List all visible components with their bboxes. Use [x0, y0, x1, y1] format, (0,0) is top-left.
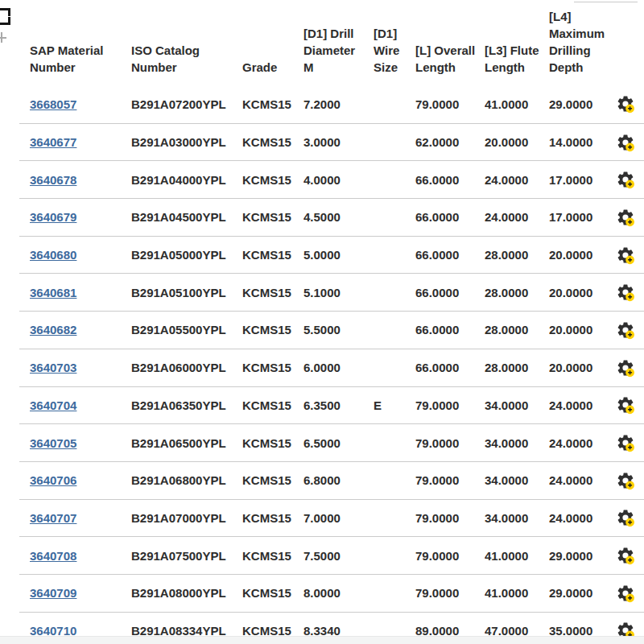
- crosshair-plus-icon: [0, 32, 6, 43]
- configure-add-gear-button[interactable]: [616, 358, 635, 378]
- gear-add-icon: [616, 283, 635, 302]
- iso-catalog-cell: B291A05000YPL: [131, 236, 242, 274]
- grade-cell: KCMS15: [242, 123, 303, 161]
- overall-length-cell: 62.0000: [415, 123, 485, 161]
- iso-catalog-cell: B291A07200YPL: [131, 85, 242, 123]
- drill-diameter-cell: 4.0000: [303, 161, 374, 199]
- wire-size-cell: [374, 199, 415, 237]
- column-header-l3-flute: [L3] Flute Length: [485, 0, 549, 85]
- wire-size-cell: [374, 312, 415, 349]
- sap-material-link[interactable]: 3640704: [30, 398, 76, 412]
- iso-catalog-cell: B291A05500YPL: [131, 312, 242, 349]
- top-right-partial-rule: [574, 2, 638, 2]
- sap-cell: 3668057: [19, 85, 131, 123]
- sap-material-link[interactable]: 3640709: [30, 586, 76, 600]
- iso-catalog-cell: B291A07000YPL: [131, 499, 242, 537]
- flute-length-cell: 34.0000: [485, 499, 549, 537]
- column-header-grade: Grade: [242, 0, 303, 85]
- table-row: 3640705B291A06500YPLKCMS156.500079.00003…: [19, 424, 644, 462]
- sap-material-link[interactable]: 3668057: [30, 97, 76, 111]
- grade-cell: KCMS15: [242, 461, 303, 499]
- sap-material-link[interactable]: 3640677: [30, 135, 76, 149]
- column-header-d1-wire: [D1] Wire Size: [374, 0, 415, 85]
- configure-add-gear-button[interactable]: [616, 508, 635, 527]
- flute-length-cell: 34.0000: [485, 386, 549, 424]
- actions-cell: [616, 424, 644, 462]
- column-header-actions: [616, 0, 644, 85]
- drill-diameter-cell: 5.0000: [303, 236, 374, 274]
- actions-cell: [616, 499, 644, 537]
- configure-add-gear-button[interactable]: [616, 94, 635, 114]
- sap-material-link[interactable]: 3640703: [30, 361, 76, 374]
- overall-length-cell: 79.0000: [415, 499, 485, 537]
- wire-size-cell: [374, 85, 415, 123]
- sap-material-link[interactable]: 3640680: [30, 248, 76, 262]
- wire-size-cell: [374, 461, 415, 499]
- viewport-corner-marks-icon: [0, 8, 10, 25]
- flute-length-cell: 28.0000: [485, 349, 549, 386]
- sap-material-link[interactable]: 3640707: [30, 511, 76, 525]
- grade-cell: KCMS15: [242, 349, 303, 386]
- grade-cell: KCMS15: [242, 574, 303, 612]
- sap-material-link[interactable]: 3640708: [30, 549, 76, 563]
- configure-add-gear-button[interactable]: [616, 395, 635, 415]
- gear-add-icon: [616, 471, 635, 490]
- wire-size-cell: [374, 161, 415, 199]
- wire-size-cell: [374, 574, 415, 612]
- gear-add-icon: [616, 584, 635, 603]
- max-drilling-depth-cell: 14.0000: [549, 123, 616, 161]
- grade-cell: KCMS15: [242, 199, 303, 237]
- gear-add-icon: [616, 320, 635, 340]
- grade-cell: KCMS15: [242, 85, 303, 123]
- configure-add-gear-button[interactable]: [616, 246, 635, 265]
- bottom-scroll-strip: [0, 636, 644, 644]
- drill-diameter-cell: 6.5000: [303, 424, 374, 462]
- sap-material-link[interactable]: 3640705: [30, 436, 76, 450]
- drill-diameter-cell: 7.0000: [303, 499, 374, 537]
- configure-add-gear-button[interactable]: [616, 433, 635, 452]
- overall-length-cell: 66.0000: [415, 161, 485, 199]
- flute-length-cell: 41.0000: [485, 574, 549, 612]
- overall-length-cell: 66.0000: [415, 349, 485, 386]
- configure-add-gear-button[interactable]: [616, 283, 635, 302]
- sap-cell: 3640707: [19, 499, 131, 537]
- drill-diameter-cell: 4.5000: [303, 199, 374, 237]
- max-drilling-depth-cell: 24.0000: [549, 424, 616, 462]
- drill-diameter-cell: 7.2000: [303, 85, 374, 123]
- sap-material-link[interactable]: 3640678: [30, 173, 76, 187]
- max-drilling-depth-cell: 29.0000: [549, 574, 616, 612]
- iso-catalog-cell: B291A07500YPL: [131, 537, 242, 575]
- overall-length-cell: 79.0000: [415, 85, 485, 123]
- grade-cell: KCMS15: [242, 537, 303, 575]
- grade-cell: KCMS15: [242, 499, 303, 537]
- grade-cell: KCMS15: [242, 236, 303, 274]
- max-drilling-depth-cell: 17.0000: [549, 199, 616, 237]
- configure-add-gear-button[interactable]: [616, 133, 635, 152]
- wire-size-cell: [374, 499, 415, 537]
- configure-add-gear-button[interactable]: [616, 170, 635, 189]
- wire-size-cell: [374, 537, 415, 575]
- table-header: SAP Material NumberISO Catalog NumberGra…: [19, 0, 644, 85]
- configure-add-gear-button[interactable]: [616, 546, 635, 565]
- iso-catalog-cell: B291A06000YPL: [131, 349, 242, 386]
- iso-catalog-cell: B291A04500YPL: [131, 199, 242, 237]
- configure-add-gear-button[interactable]: [616, 471, 635, 490]
- wire-size-cell: [374, 236, 415, 274]
- configure-add-gear-button[interactable]: [616, 584, 635, 603]
- gear-add-icon: [616, 508, 635, 527]
- configure-add-gear-button[interactable]: [616, 320, 635, 340]
- table-row: 3640682B291A05500YPLKCMS155.500066.00002…: [19, 312, 644, 349]
- configure-add-gear-button[interactable]: [616, 208, 635, 227]
- overall-length-cell: 79.0000: [415, 461, 485, 499]
- actions-cell: [616, 537, 644, 575]
- gear-add-icon: [616, 170, 635, 189]
- sap-material-link[interactable]: 3640681: [30, 286, 76, 299]
- sap-cell: 3640704: [19, 386, 131, 424]
- grade-cell: KCMS15: [242, 424, 303, 462]
- overall-length-cell: 66.0000: [415, 236, 485, 274]
- sap-material-link[interactable]: 3640682: [30, 323, 76, 336]
- max-drilling-depth-cell: 24.0000: [549, 499, 616, 537]
- sap-material-link[interactable]: 3640706: [30, 473, 76, 487]
- sap-material-link[interactable]: 3640679: [30, 210, 76, 224]
- sap-cell: 3640709: [19, 574, 131, 612]
